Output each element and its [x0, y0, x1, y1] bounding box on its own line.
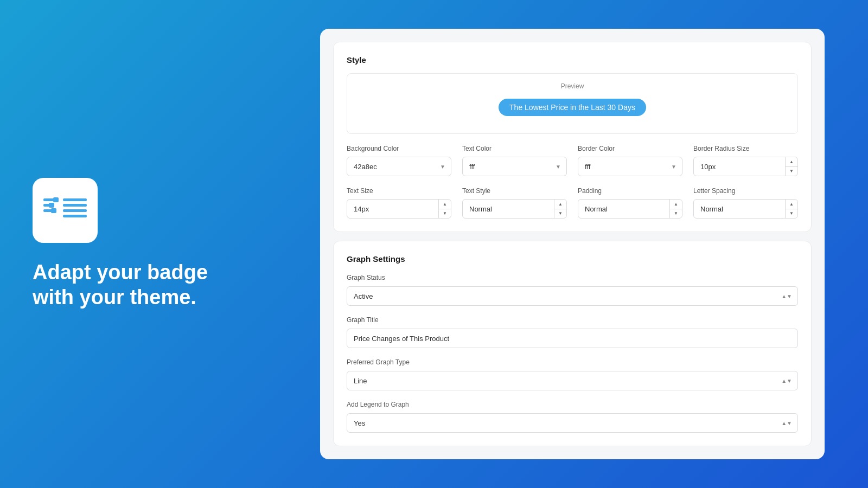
graph-status-group: Graph Status Active Inactive ▲▼ [347, 272, 798, 306]
padding-input[interactable] [578, 200, 669, 218]
background-color-group: Background Color 42a8ec ▼ [347, 145, 451, 176]
letter-spacing-input[interactable] [694, 200, 784, 218]
border-radius-label: Border Radius Size [693, 145, 798, 152]
text-style-input[interactable] [463, 200, 553, 218]
svg-rect-3 [63, 198, 87, 201]
background-color-select[interactable]: 42a8ec [347, 157, 451, 176]
graph-title-input[interactable] [347, 329, 798, 348]
preview-area: Preview The Lowest Price in the Last 30 … [347, 73, 798, 134]
background-color-label: Background Color [347, 145, 451, 152]
logo-box [33, 178, 98, 243]
graph-settings-title: Graph Settings [347, 254, 798, 264]
border-color-label: Border Color [578, 145, 682, 152]
svg-rect-5 [63, 209, 87, 212]
text-style-up[interactable]: ▲ [554, 200, 566, 209]
style-row-1: Background Color 42a8ec ▼ Text Color fff… [347, 145, 798, 176]
padding-down[interactable]: ▼ [670, 209, 682, 219]
border-radius-spinner-buttons: ▲ ▼ [785, 157, 797, 176]
preview-label: Preview [356, 82, 789, 90]
add-legend-select[interactable]: Yes No [347, 414, 797, 432]
text-style-label: Text Style [462, 187, 567, 195]
border-color-wrapper[interactable]: fff ▼ [578, 157, 682, 176]
text-style-group: Text Style ▲ ▼ [462, 187, 567, 219]
border-radius-down[interactable]: ▼ [786, 167, 797, 176]
text-color-wrapper[interactable]: fff ▼ [462, 157, 567, 176]
padding-up[interactable]: ▲ [670, 200, 682, 209]
style-section-title: Style [347, 55, 798, 65]
text-style-spinner-buttons: ▲ ▼ [554, 200, 566, 218]
letter-spacing-group: Letter Spacing ▲ ▼ [693, 187, 798, 219]
letter-spacing-spinner[interactable]: ▲ ▼ [693, 199, 798, 219]
add-legend-wrapper[interactable]: Yes No ▲▼ [347, 413, 798, 433]
graph-status-label: Graph Status [347, 274, 385, 281]
left-panel: Adapt your badge with your theme. [0, 0, 244, 488]
text-size-label: Text Size [347, 187, 451, 195]
main-panel: Style Preview The Lowest Price in the La… [320, 29, 825, 459]
text-size-down[interactable]: ▼ [439, 209, 451, 219]
svg-rect-8 [49, 203, 54, 208]
graph-title-group: Graph Title [347, 314, 798, 348]
logo-icon [43, 194, 87, 227]
svg-rect-4 [63, 204, 87, 207]
border-radius-up[interactable]: ▲ [786, 157, 797, 167]
border-color-select[interactable]: fff [578, 157, 682, 176]
add-legend-group: Add Legend to Graph Yes No ▲▼ [347, 399, 798, 433]
graph-settings-card: Graph Settings Graph Status Active Inact… [333, 241, 812, 446]
border-radius-group: Border Radius Size ▲ ▼ [693, 145, 798, 176]
padding-group: Padding ▲ ▼ [578, 187, 682, 219]
border-radius-input[interactable] [694, 157, 784, 176]
text-color-select[interactable]: fff [463, 157, 566, 176]
border-color-group: Border Color fff ▼ [578, 145, 682, 176]
letter-spacing-spinner-buttons: ▲ ▼ [785, 200, 797, 218]
text-size-group: Text Size ▲ ▼ [347, 187, 451, 219]
padding-label: Padding [578, 187, 682, 195]
preferred-graph-type-label: Preferred Graph Type [347, 358, 410, 366]
text-color-label: Text Color [462, 145, 567, 152]
preferred-graph-type-group: Preferred Graph Type Line Bar Area ▲▼ [347, 357, 798, 390]
add-legend-label: Add Legend to Graph [347, 401, 409, 408]
svg-rect-7 [53, 197, 59, 202]
graph-status-wrapper[interactable]: Active Inactive ▲▼ [347, 286, 798, 306]
text-size-up[interactable]: ▲ [439, 200, 451, 209]
graph-title-label: Graph Title [347, 316, 379, 324]
tagline: Adapt your badge with your theme. [33, 260, 212, 310]
preferred-graph-type-wrapper[interactable]: Line Bar Area ▲▼ [347, 371, 798, 390]
style-row-2: Text Size ▲ ▼ Text Style ▲ ▼ [347, 187, 798, 219]
style-card: Style Preview The Lowest Price in the La… [333, 42, 812, 232]
padding-spinner-buttons: ▲ ▼ [669, 200, 682, 218]
background-color-wrapper[interactable]: 42a8ec ▼ [347, 157, 451, 176]
letter-spacing-up[interactable]: ▲ [786, 200, 797, 209]
text-size-input[interactable] [347, 200, 438, 218]
text-color-group: Text Color fff ▼ [462, 145, 567, 176]
border-radius-spinner[interactable]: ▲ ▼ [693, 157, 798, 176]
svg-rect-9 [51, 208, 56, 213]
graph-status-select[interactable]: Active Inactive [347, 287, 797, 305]
text-style-down[interactable]: ▼ [554, 209, 566, 219]
letter-spacing-label: Letter Spacing [693, 187, 798, 195]
preview-badge: The Lowest Price in the Last 30 Days [499, 99, 646, 116]
svg-rect-6 [63, 215, 87, 217]
preferred-graph-type-select[interactable]: Line Bar Area [347, 371, 797, 390]
text-size-spinner-buttons: ▲ ▼ [438, 200, 451, 218]
text-size-spinner[interactable]: ▲ ▼ [347, 199, 451, 219]
text-style-spinner[interactable]: ▲ ▼ [462, 199, 567, 219]
padding-spinner[interactable]: ▲ ▼ [578, 199, 682, 219]
letter-spacing-down[interactable]: ▼ [786, 209, 797, 219]
